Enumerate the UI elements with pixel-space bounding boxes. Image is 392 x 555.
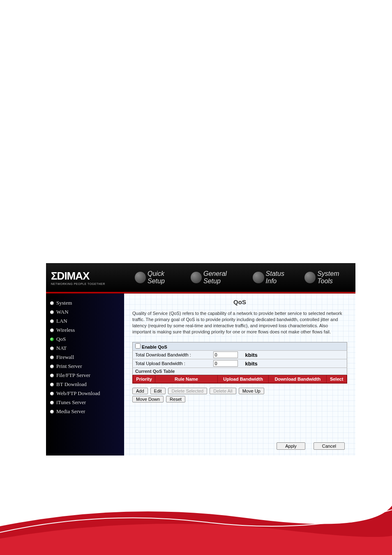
download-bandwidth-label: Total Download Bandwidth : [133,351,211,359]
globe-icon [135,272,146,283]
sidebar-item-label: BT Download [56,381,87,388]
sidebar: System WAN LAN Wireless QoS NAT Firewall… [46,294,124,456]
bullet-icon [50,410,54,414]
globe-icon [191,272,202,283]
sidebar-item-web-ftp-download[interactable]: Web/FTP Download [50,389,120,398]
sidebar-item-label: Web/FTP Download [56,390,100,397]
bullet-icon [50,392,54,395]
globe-icon [304,272,316,283]
sidebar-item-firewall[interactable]: Firewall [50,353,120,362]
move-down-button[interactable]: Move Down [132,396,164,402]
sidebar-item-label: Wireless [56,327,75,333]
bullet-icon [50,374,54,377]
sidebar-item-wireless[interactable]: Wireless [50,326,120,335]
check-icon [50,338,54,341]
sidebar-item-label: Print Server [56,363,82,370]
bullet-icon [50,365,54,368]
bullet-icon [50,383,54,386]
edit-button[interactable]: Edit [150,388,166,394]
bullet-icon [50,319,54,323]
sidebar-item-label: QoS [56,336,66,342]
delete-selected-button[interactable]: Delete Selected [168,388,208,394]
sidebar-item-qos[interactable]: QoS [50,335,120,344]
sidebar-item-lan[interactable]: LAN [50,317,120,326]
logo-tagline: NETWORKING PEOPLE TOGETHER [51,282,122,285]
current-qos-table-label: Current QoS Table [133,368,347,375]
sidebar-item-label: Firewall [56,354,74,361]
unit-label: kbits [243,352,258,358]
sidebar-item-nat[interactable]: NAT [50,344,120,353]
col-upload: Upload Bandwidth [217,375,269,383]
col-priority: Priority [133,375,155,383]
tab-label: Status Info [266,270,296,285]
upload-bandwidth-label: Total Upload Bandwidth : [133,359,211,368]
enable-qos-checkbox[interactable] [135,343,141,349]
tab-label: General Setup [203,270,244,285]
bullet-icon [50,347,54,350]
tab-label: Quick Setup [148,270,182,285]
col-download: Download Bandwidth [269,375,327,383]
sidebar-item-label: WAN [56,309,69,315]
page-title: QoS [132,298,347,305]
logo: ΣDIMAX NETWORKING PEOPLE TOGETHER [46,270,122,285]
bullet-icon [50,310,54,314]
sidebar-item-label: Media Server [56,408,85,415]
sidebar-item-system[interactable]: System [50,298,120,308]
move-up-button[interactable]: Move Up [239,388,264,394]
enable-qos-label: Enable QoS [142,345,167,349]
page-description: Quality of Service (QoS) refers to the c… [132,310,347,335]
tab-label: System Tools [317,270,355,285]
tab-quick-setup[interactable]: Quick Setup [135,270,182,285]
delete-all-button[interactable]: Delete All [210,388,236,394]
logo-text: ΣDIMAX [51,270,122,282]
col-rule-name: Rule Name [155,375,218,383]
sidebar-item-itunes-server[interactable]: iTunes Server [50,398,120,407]
footer-decoration [0,485,392,555]
sidebar-item-label: File/FTP Server [56,372,90,379]
sidebar-item-file-ftp-server[interactable]: File/FTP Server [50,371,120,380]
qos-form: Enable QoS Total Download Bandwidth : kb… [132,342,347,384]
download-bandwidth-input[interactable] [213,352,238,358]
reset-button[interactable]: Reset [166,396,185,402]
sidebar-item-media-server[interactable]: Media Server [50,407,120,416]
cancel-button[interactable]: Cancel [314,442,345,450]
sidebar-item-wan[interactable]: WAN [50,308,120,317]
tab-system-tools[interactable]: System Tools [304,270,355,285]
sidebar-item-label: iTunes Server [56,399,86,406]
sidebar-item-label: System [56,300,72,306]
upload-bandwidth-input[interactable] [213,360,238,367]
bullet-icon [50,401,54,405]
bullet-icon [50,328,54,332]
sidebar-item-print-server[interactable]: Print Server [50,362,120,371]
bullet-icon [50,301,54,305]
sidebar-item-label: NAT [56,345,67,352]
unit-label: kbits [243,361,258,367]
apply-button[interactable]: Apply [277,442,305,450]
sidebar-item-label: LAN [56,318,67,324]
bullet-icon [50,356,54,359]
col-select: Select [327,375,347,383]
tab-status-info[interactable]: Status Info [253,270,296,285]
globe-icon [253,272,264,283]
tab-general-setup[interactable]: General Setup [191,270,245,285]
sidebar-item-bt-download[interactable]: BT Download [50,380,120,389]
add-button[interactable]: Add [132,388,148,394]
